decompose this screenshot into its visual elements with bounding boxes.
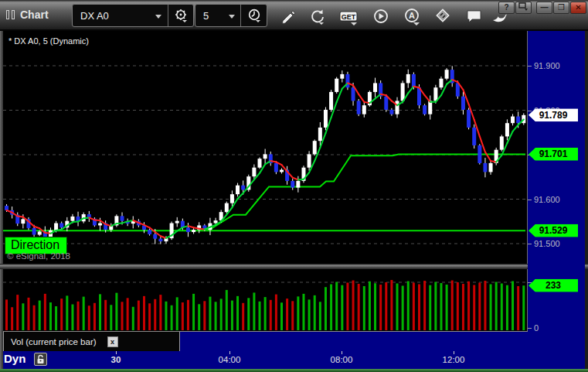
trail-stop-price-tag: 91.701: [529, 148, 578, 161]
candle-body: [241, 186, 245, 190]
time-tick-label: 30: [111, 355, 121, 364]
volume-bar: [231, 301, 233, 330]
volume-bar: [11, 307, 13, 330]
ma-line-segment: [413, 87, 419, 87]
candle-body: [252, 168, 256, 177]
close-tab-icon[interactable]: x: [107, 336, 118, 347]
volume-bar: [115, 293, 117, 330]
ma-line-segment: [188, 226, 193, 227]
candle-body: [396, 101, 399, 114]
notes-button[interactable]: [464, 7, 483, 26]
volume-bar: [390, 280, 393, 330]
candle-body: [280, 170, 284, 172]
ma-line-segment: [298, 179, 304, 180]
volume-bar: [517, 286, 519, 330]
volume-bar: [434, 282, 437, 330]
volume-bar: [490, 284, 492, 330]
volume-tick-label: 0: [534, 323, 539, 333]
volume-bar: [138, 301, 140, 330]
volume-bar: [512, 282, 514, 330]
padlock-icon: [35, 353, 46, 365]
candle-body: [423, 105, 427, 114]
candle-body: [384, 97, 388, 110]
svg-text:GET: GET: [342, 13, 356, 21]
volume-bar: [451, 281, 454, 330]
hotlist-button[interactable]: [433, 7, 452, 26]
candle-body: [505, 123, 509, 136]
pane-splitter[interactable]: [0, 264, 588, 269]
volume-bar: [379, 285, 382, 330]
axis-tick-mark: [528, 66, 532, 67]
price-axis[interactable]: 91.90091.80091.70091.60091.500250091.789…: [528, 31, 585, 369]
lock-toggle[interactable]: [34, 353, 47, 366]
symbol-settings-button[interactable]: [168, 5, 193, 26]
ma-line-segment: [513, 125, 518, 131]
volume-bar: [407, 282, 410, 330]
volume-bar: [33, 305, 36, 330]
interval-value: 5: [195, 10, 209, 22]
help-button[interactable]: ?: [498, 2, 515, 14]
volume-bar: [264, 297, 267, 330]
candle-body: [98, 224, 102, 226]
get-icon: GET: [338, 9, 360, 27]
minimize-button[interactable]: —: [536, 2, 552, 14]
candle-body: [445, 70, 449, 79]
volume-bar: [165, 302, 167, 330]
window-title: Chart: [20, 9, 49, 21]
window-bottom-border: [0, 369, 588, 372]
volume-bar: [66, 295, 68, 330]
candle-body: [472, 128, 476, 145]
candle-body: [511, 117, 515, 124]
candlestick-chart[interactable]: [3, 31, 527, 264]
volume-pane[interactable]: [3, 269, 528, 331]
ma-line-segment: [408, 87, 413, 94]
ma-line-segment: [364, 102, 369, 103]
volume-bar: [187, 300, 189, 330]
ma-line-segment: [161, 236, 166, 238]
volume-bar: [226, 290, 228, 330]
candle-body: [54, 224, 58, 230]
ma-line-segment: [111, 224, 117, 226]
time-axis[interactable]: Dyn 3004:0008:0012:00: [3, 351, 528, 369]
get-quotes-button[interactable]: GET: [338, 9, 357, 27]
volume-bar: [198, 304, 200, 330]
close-button[interactable]: ✕: [570, 2, 586, 14]
volume-bar: [88, 305, 90, 330]
volume-bar: [275, 295, 277, 330]
diamond-tool-icon: [433, 7, 452, 26]
volume-bar: [440, 283, 442, 330]
ma-line-segment: [117, 223, 122, 224]
volume-bar: [171, 305, 173, 330]
ma-line-segment: [199, 229, 205, 230]
volume-bar: [501, 283, 503, 330]
volume-bar: [39, 301, 41, 330]
volume-bar: [429, 285, 431, 330]
volume-bar: [110, 305, 112, 330]
restore-float-button[interactable]: [515, 2, 532, 14]
auto-refresh-button[interactable]: A: [402, 7, 420, 26]
interval-dropdown[interactable]: 5: [195, 5, 240, 26]
maximize-button[interactable]: ❒: [553, 2, 569, 14]
volume-bar: [506, 285, 508, 330]
tab-label: Vol (current price bar): [11, 337, 97, 346]
time-template-button[interactable]: [240, 5, 267, 26]
volume-bar: [374, 283, 376, 330]
candle-body: [153, 234, 157, 239]
candle-body: [258, 159, 262, 168]
replay-button[interactable]: [371, 7, 389, 26]
symbol-dropdown[interactable]: DX A0: [73, 5, 168, 26]
chevron-down-icon: [229, 15, 235, 19]
reload-button[interactable]: [308, 7, 326, 26]
candle-body: [158, 239, 162, 241]
price-pane[interactable]: * DX A0, 5 (Dynamic) Direction © eSignal…: [3, 31, 528, 264]
volume-bar: [220, 299, 223, 330]
pencil-icon: [278, 7, 297, 26]
candle-body: [225, 203, 229, 213]
volume-bar: [522, 285, 525, 330]
candle-body: [236, 186, 240, 195]
volume-bar: [5, 299, 8, 330]
volume-bar: [16, 295, 19, 330]
draw-pencil-button[interactable]: [278, 7, 297, 26]
tab-vol-study[interactable]: Vol (current price bar) x: [3, 332, 180, 352]
volume-chart[interactable]: [3, 269, 527, 331]
